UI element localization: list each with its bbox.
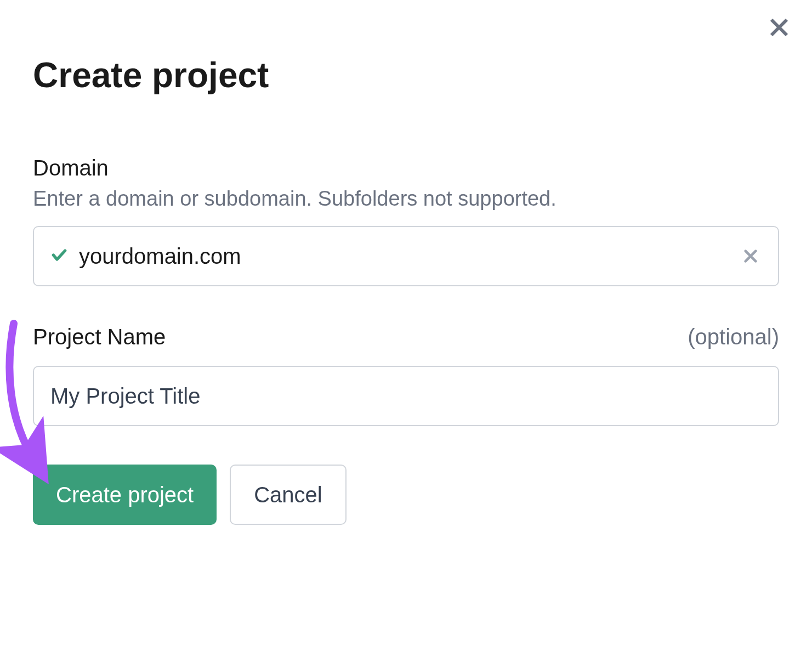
project-name-input-wrapper <box>33 366 779 426</box>
domain-input-wrapper <box>33 226 779 286</box>
create-project-button[interactable]: Create project <box>33 465 217 525</box>
project-name-field-group: Project Name (optional) <box>33 325 779 426</box>
project-name-optional: (optional) <box>688 325 779 349</box>
project-name-label: Project Name <box>33 325 166 349</box>
button-row: Create project Cancel <box>33 465 779 525</box>
project-name-input[interactable] <box>50 367 762 425</box>
close-icon <box>766 14 792 41</box>
cancel-button[interactable]: Cancel <box>230 465 347 525</box>
x-icon <box>742 247 759 265</box>
create-project-modal: Create project Domain Enter a domain or … <box>0 0 812 558</box>
clear-domain-button[interactable] <box>740 245 762 267</box>
domain-label: Domain <box>33 156 779 180</box>
project-name-label-row: Project Name (optional) <box>33 325 779 356</box>
close-button[interactable] <box>763 11 796 44</box>
modal-title: Create project <box>33 55 779 95</box>
domain-input[interactable] <box>79 227 740 285</box>
checkmark-icon <box>50 246 68 266</box>
domain-help-text: Enter a domain or subdomain. Subfolders … <box>33 187 779 211</box>
domain-field-group: Domain Enter a domain or subdomain. Subf… <box>33 156 779 286</box>
